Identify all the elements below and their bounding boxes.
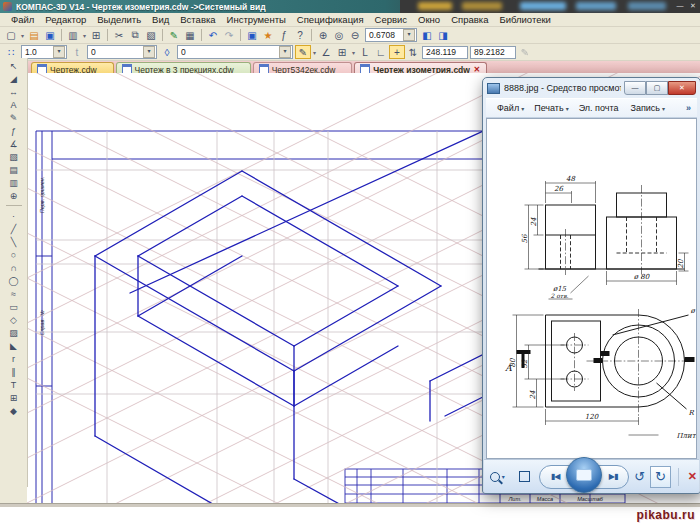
annotation-panel-icon[interactable]: A xyxy=(5,98,23,111)
redo-icon[interactable]: ↷ xyxy=(221,28,237,42)
pen-style-icon[interactable]: ✎ xyxy=(295,45,311,59)
viewer-close-icon[interactable]: ✕ xyxy=(668,81,696,95)
separator[interactable] xyxy=(201,29,202,41)
rectangle-tool-icon[interactable]: ▭ xyxy=(5,300,23,313)
zoom-out-icon[interactable]: ⊖ xyxy=(347,28,363,42)
cursor-step-icon[interactable]: ∷ xyxy=(3,45,19,59)
separator[interactable] xyxy=(61,29,62,41)
viewer-photo-area[interactable]: 48 26 56 24 ø 80 20 ø15 2 отв. xyxy=(486,118,697,459)
rotate-cw-button[interactable]: ↻ xyxy=(650,466,671,488)
table-icon[interactable]: ▦ xyxy=(182,28,198,42)
context-help-icon[interactable]: ? xyxy=(292,28,308,42)
undo-icon[interactable]: ↶ xyxy=(205,28,221,42)
circle-tool-icon[interactable]: ○ xyxy=(5,248,23,261)
print-icon[interactable]: ▥ xyxy=(65,28,81,42)
viewer-titlebar[interactable]: 8888.jpg - Средство просмотра фотографий… xyxy=(483,78,700,98)
grid-icon[interactable]: ⊞ xyxy=(334,45,350,59)
parametrize-panel-icon[interactable]: ƒ xyxy=(5,124,23,137)
cut-icon[interactable]: ✂ xyxy=(111,28,127,42)
coordinate-y-field[interactable]: 89.2182 xyxy=(470,46,516,59)
kompas-titlebar[interactable]: КОМПАС-3D V14 - Чертеж изометрия.cdw ->С… xyxy=(0,0,700,13)
chevron-down-icon[interactable]: ▾ xyxy=(403,29,415,41)
disabled-tool-icon[interactable]: ✎ xyxy=(517,45,533,59)
actual-size-button[interactable] xyxy=(515,467,534,487)
open-icon[interactable]: ▤ xyxy=(26,28,42,42)
photo-viewer-window[interactable]: 8888.jpg - Средство просмотра фотографий… xyxy=(482,77,700,494)
close-icon[interactable]: ✕ xyxy=(688,1,698,11)
local-cs-icon[interactable]: L xyxy=(357,45,373,59)
variables-icon[interactable]: ★ xyxy=(260,28,276,42)
fx-icon[interactable]: ƒ xyxy=(276,28,292,42)
delete-button[interactable]: ✕ xyxy=(686,470,699,483)
menu-view[interactable]: Вид xyxy=(147,14,174,25)
geometry-panel-icon[interactable]: ◢ xyxy=(5,72,23,85)
menu-tools[interactable]: Инструменты xyxy=(222,14,291,25)
spline-tool-icon[interactable]: ≈ xyxy=(5,287,23,300)
minimize-icon[interactable]: — xyxy=(675,1,685,11)
show-all-icon[interactable]: ◧ xyxy=(419,28,435,42)
insert-panel-icon[interactable]: ⊕ xyxy=(5,189,23,202)
cursor-step-combo[interactable]: 1.0 ▾ xyxy=(21,45,67,59)
separator[interactable] xyxy=(162,29,163,41)
ortho-icon[interactable]: ∟ xyxy=(373,45,389,59)
chevron-down-icon[interactable]: ▾ xyxy=(279,46,291,58)
segment-tool-icon[interactable]: ╲ xyxy=(5,235,23,248)
copy-icon[interactable]: ⧉ xyxy=(127,28,143,42)
format-brush-icon[interactable]: ✎ xyxy=(166,28,182,42)
menu-insert[interactable]: Вставка xyxy=(175,14,220,25)
aux-line-tool-icon[interactable]: ╱ xyxy=(5,222,23,235)
text-tool-icon[interactable]: T xyxy=(5,378,23,391)
measure-panel-icon[interactable]: ∡ xyxy=(5,137,23,150)
menu-editor[interactable]: Редактор xyxy=(40,14,91,25)
viewer-menu-burn[interactable]: Запись ▾ xyxy=(625,103,670,113)
selection-panel-icon[interactable]: ▧ xyxy=(5,150,23,163)
polygon-tool-icon[interactable]: ◇ xyxy=(5,313,23,326)
print-caret-icon[interactable]: ▾ xyxy=(81,28,88,42)
menu-specification[interactable]: Спецификация xyxy=(292,14,369,25)
layer-icon[interactable]: ◊ xyxy=(159,45,175,59)
zoom-button[interactable]: ▾ xyxy=(484,467,510,487)
offset-tool-icon[interactable]: ∥ xyxy=(5,365,23,378)
menu-service[interactable]: Сервис xyxy=(370,14,413,25)
chevron-down-icon[interactable]: ▾ xyxy=(53,46,65,58)
new-document-icon[interactable]: ▢ xyxy=(3,28,19,42)
slideshow-button[interactable] xyxy=(566,457,602,493)
ellipse-tool-icon[interactable]: ◯ xyxy=(5,274,23,287)
viewer-maximize-icon[interactable]: ▢ xyxy=(646,81,668,95)
pen-caret-icon[interactable]: ▾ xyxy=(311,45,318,59)
viewer-minimize-icon[interactable]: — xyxy=(624,81,646,95)
menu-file[interactable]: Файл xyxy=(6,14,39,25)
save-icon[interactable]: ▣ xyxy=(42,28,58,42)
table-tool-icon[interactable]: ⊞ xyxy=(5,391,23,404)
menu-window[interactable]: Окно xyxy=(413,14,445,25)
spec-panel-icon[interactable]: ▤ xyxy=(5,163,23,176)
menu-select[interactable]: Выделить xyxy=(92,14,146,25)
separator[interactable] xyxy=(107,29,108,41)
menu-overflow-chevron[interactable]: » xyxy=(686,103,691,113)
arc-tool-icon[interactable]: ∩ xyxy=(5,261,23,274)
zoom-scale-combo[interactable]: 0.6708 ▾ xyxy=(365,28,417,42)
dimensions-panel-icon[interactable]: ↔ xyxy=(5,85,23,98)
angle-snap-icon[interactable]: t xyxy=(69,45,85,59)
angle-value-combo[interactable]: 0 ▾ xyxy=(87,45,157,59)
paste-icon[interactable]: ▧ xyxy=(143,28,159,42)
chamfer-tool-icon[interactable]: ◣ xyxy=(5,339,23,352)
macro-tool-icon[interactable]: ◆ xyxy=(5,404,23,417)
grid-caret-icon[interactable]: ▾ xyxy=(350,45,357,59)
separator[interactable] xyxy=(311,29,312,41)
report-panel-icon[interactable]: ▥ xyxy=(5,176,23,189)
previous-button[interactable]: ▮◀ xyxy=(544,472,566,481)
snaps-icon[interactable]: + xyxy=(389,45,405,59)
zoom-in-icon[interactable]: ⊕ xyxy=(315,28,331,42)
viewer-menu-print[interactable]: Печать ▾ xyxy=(529,103,574,113)
viewer-menu-email[interactable]: Эл. почта xyxy=(574,103,626,113)
fillet-tool-icon[interactable]: r xyxy=(5,352,23,365)
hatch-tool-icon[interactable]: ▨ xyxy=(5,326,23,339)
viewer-menu-file[interactable]: Файл ▾ xyxy=(492,103,529,113)
zoom-window-icon[interactable]: ◎ xyxy=(331,28,347,42)
edit-panel-icon[interactable]: ✎ xyxy=(5,111,23,124)
refresh-view-icon[interactable]: ◨ xyxy=(435,28,451,42)
menu-help[interactable]: Справка xyxy=(446,14,493,25)
new-window-icon[interactable]: ▣ xyxy=(244,28,260,42)
chevron-down-icon[interactable]: ▾ xyxy=(143,46,155,58)
